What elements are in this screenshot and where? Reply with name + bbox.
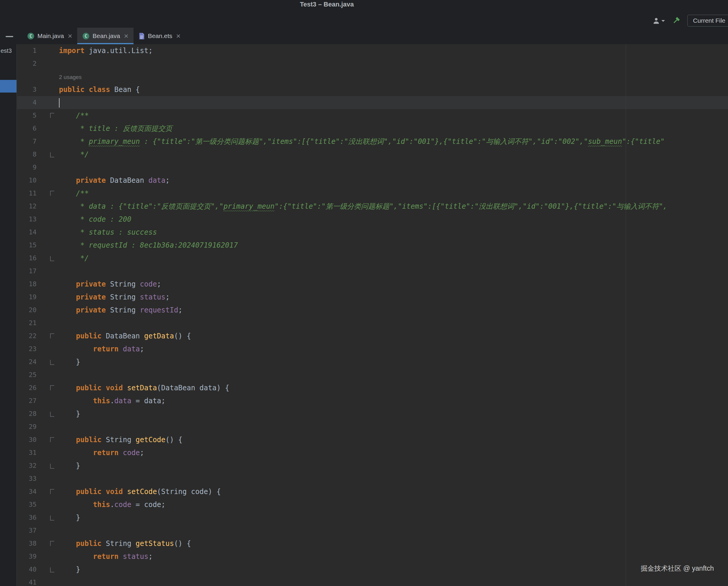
line-number[interactable]: 14	[17, 226, 36, 239]
line-number[interactable]: 40	[17, 563, 36, 576]
code-text[interactable]: */	[59, 148, 89, 161]
line-number[interactable]: 32	[17, 459, 36, 472]
fold-marker[interactable]	[50, 515, 54, 520]
code-line[interactable]: 23 return data;	[17, 342, 728, 356]
code-text[interactable]: return code;	[59, 446, 144, 459]
line-number[interactable]: 41	[17, 576, 36, 586]
code-text[interactable]: public String getStatus() {	[59, 537, 191, 550]
fold-marker[interactable]	[50, 191, 54, 196]
user-menu-button[interactable]	[652, 17, 665, 25]
tab-close-icon[interactable]	[176, 32, 181, 40]
code-line[interactable]: 37	[17, 524, 728, 537]
line-number[interactable]: 16	[17, 252, 36, 265]
code-line[interactable]: 36 }	[17, 511, 728, 524]
code-text[interactable]: this.code = code;	[59, 498, 165, 511]
code-line[interactable]: 29	[17, 421, 728, 433]
line-number[interactable]: 12	[17, 200, 36, 213]
code-text[interactable]: * data : {"title":"反馈页面提交页","primary_meu…	[59, 200, 667, 213]
fold-marker[interactable]	[50, 256, 54, 261]
line-number[interactable]: 11	[17, 187, 36, 200]
code-line[interactable]: 13 * code : 200	[17, 213, 728, 226]
line-number[interactable]: 38	[17, 537, 36, 550]
code-line[interactable]: 9	[17, 161, 728, 174]
code-line[interactable]: 18 private String code;	[17, 278, 728, 291]
line-number[interactable]: 28	[17, 407, 36, 421]
line-number[interactable]: 31	[17, 446, 36, 459]
code-text[interactable]: import java.util.List;	[59, 44, 153, 57]
fold-marker[interactable]	[50, 489, 54, 494]
code-line[interactable]: 21	[17, 316, 728, 330]
line-number[interactable]: 33	[17, 472, 36, 485]
code-text[interactable]: * requestId : 8ec1b36a:20240719162017	[59, 239, 238, 252]
code-editor[interactable]: 1import java.util.List;22 usages3public …	[17, 44, 728, 586]
code-text[interactable]: * status : success	[59, 226, 157, 239]
code-text[interactable]: }	[59, 407, 80, 421]
build-button[interactable]	[672, 17, 680, 25]
code-line[interactable]: 6 * title : 反馈页面提交页	[17, 122, 728, 135]
fold-marker[interactable]	[50, 412, 54, 417]
code-line[interactable]: 25	[17, 368, 728, 381]
line-number[interactable]: 3	[17, 83, 36, 96]
code-text[interactable]: public DataBean getData() {	[59, 330, 191, 342]
code-line[interactable]: 34 public void setCode(String code) {	[17, 485, 728, 498]
line-number[interactable]: 8	[17, 148, 36, 161]
code-text[interactable]: private String requestId;	[59, 304, 182, 316]
line-number[interactable]: 5	[17, 109, 36, 122]
line-number[interactable]: 29	[17, 421, 36, 433]
code-line[interactable]: 5 /**	[17, 109, 728, 122]
code-line[interactable]: 2	[17, 57, 728, 70]
fold-marker[interactable]	[50, 360, 54, 365]
inlay-row[interactable]: 2 usages	[17, 70, 728, 83]
line-number[interactable]: 21	[17, 316, 36, 330]
line-number[interactable]: 19	[17, 291, 36, 304]
code-line[interactable]: 20 private String requestId;	[17, 304, 728, 316]
code-line[interactable]: 8 */	[17, 148, 728, 161]
line-number[interactable]: 25	[17, 368, 36, 381]
line-number[interactable]: 27	[17, 394, 36, 407]
code-line[interactable]: 40 }	[17, 563, 728, 576]
code-text[interactable]: }	[59, 459, 80, 472]
usages-inlay-hint[interactable]: 2 usages	[59, 70, 82, 83]
line-number[interactable]: 2	[17, 57, 36, 70]
code-line[interactable]: 4	[17, 96, 728, 109]
line-number[interactable]: 15	[17, 239, 36, 252]
current-file-button[interactable]: Current File	[687, 15, 728, 27]
line-number[interactable]: 17	[17, 265, 36, 278]
code-text[interactable]: private String code;	[59, 278, 161, 291]
code-line[interactable]: 38 public String getStatus() {	[17, 537, 728, 550]
line-number[interactable]: 39	[17, 550, 36, 563]
line-number[interactable]: 35	[17, 498, 36, 511]
code-line[interactable]: 35 this.code = code;	[17, 498, 728, 511]
code-text[interactable]: return data;	[59, 342, 144, 356]
code-line[interactable]: 39 return status;	[17, 550, 728, 563]
code-line[interactable]: 16 */	[17, 252, 728, 265]
code-text[interactable]: * title : 反馈页面提交页	[59, 122, 173, 135]
code-text[interactable]: public class Bean {	[59, 83, 140, 96]
code-text[interactable]: */	[59, 252, 89, 265]
code-line[interactable]: 14 * status : success	[17, 226, 728, 239]
tab-bean-ets[interactable]: Bean.ets	[133, 28, 186, 44]
code-text[interactable]: public void setData(DataBean data) {	[59, 381, 229, 394]
code-text[interactable]: }	[59, 511, 80, 524]
code-line[interactable]: 33	[17, 472, 728, 485]
line-number[interactable]: 13	[17, 213, 36, 226]
fold-marker[interactable]	[50, 113, 54, 118]
project-selection-highlight[interactable]	[0, 80, 17, 93]
line-number[interactable]: 20	[17, 304, 36, 316]
code-line[interactable]: 15 * requestId : 8ec1b36a:20240719162017	[17, 239, 728, 252]
code-line[interactable]: 1import java.util.List;	[17, 44, 728, 57]
code-line[interactable]: 22 public DataBean getData() {	[17, 330, 728, 342]
fold-marker[interactable]	[50, 333, 54, 338]
code-line[interactable]: 30 public String getCode() {	[17, 433, 728, 446]
code-text[interactable]: }	[59, 356, 80, 368]
code-text[interactable]: private DataBean data;	[59, 174, 170, 187]
tab-bean-java[interactable]: C Bean.java	[77, 28, 133, 44]
tab-close-icon[interactable]	[124, 32, 128, 40]
code-line[interactable]: 11 /**	[17, 187, 728, 200]
code-text[interactable]: public void setCode(String code) {	[59, 485, 221, 498]
code-text[interactable]: return status;	[59, 550, 153, 563]
code-line[interactable]: 26 public void setData(DataBean data) {	[17, 381, 728, 394]
line-number[interactable]: 26	[17, 381, 36, 394]
line-number[interactable]: 10	[17, 174, 36, 187]
tab-close-icon[interactable]	[68, 32, 72, 40]
